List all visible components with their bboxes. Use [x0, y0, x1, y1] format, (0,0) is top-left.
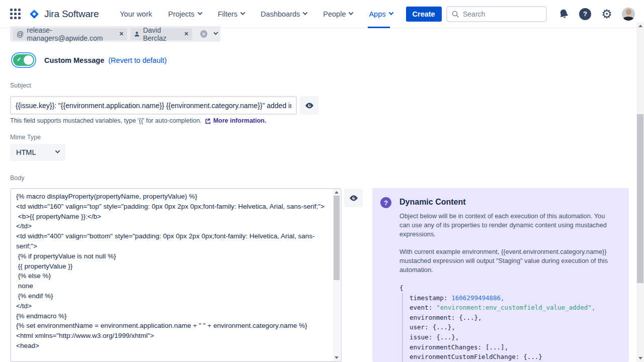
recipient-chip-email[interactable]: @ release-managers@apwide.com ✕: [13, 28, 127, 40]
recipients-field[interactable]: @ release-managers@apwide.com ✕ David Be…: [10, 26, 220, 42]
recipient-chip-user[interactable]: David Berclaz ✕: [130, 28, 192, 40]
more-information-link[interactable]: More information.: [213, 117, 267, 124]
jira-diamond-icon: [29, 9, 40, 20]
create-button[interactable]: Create: [406, 7, 442, 22]
scroll-down-icon[interactable]: [335, 356, 339, 359]
nav-item-projects[interactable]: Projects: [160, 0, 209, 28]
helper-text: This field supports mustached variables,…: [10, 117, 202, 124]
code-line: event:"environment:env_customfield_value…: [410, 303, 595, 313]
nav-item-apps[interactable]: Apps: [361, 0, 400, 28]
person-icon: [134, 31, 140, 38]
nav-item-your-work[interactable]: Your work: [112, 0, 160, 28]
scroll-thumb[interactable]: [637, 114, 643, 283]
recipient-label: release-managers@apwide.com: [27, 26, 116, 42]
scroll-up-icon[interactable]: [335, 191, 339, 194]
logo-text: Jira Software: [44, 9, 99, 20]
body-textarea[interactable]: {% macro displayProperty(propertyName, p…: [10, 188, 342, 362]
help-button[interactable]: ?: [579, 8, 592, 21]
code-line: environment:{...},: [410, 313, 595, 323]
custom-message-label: Custom Message: [44, 56, 104, 64]
app-switcher-icon[interactable]: [10, 9, 21, 19]
eye-icon: [304, 101, 314, 111]
nav-menu: Your work Projects Filters Dashboards Pe…: [112, 0, 400, 28]
toggle-knob: [24, 55, 33, 65]
gear-icon: ⚙: [601, 8, 612, 20]
code-line: environmentCustomFieldChange:{...}: [410, 352, 595, 362]
scroll-thumb[interactable]: [334, 196, 340, 280]
code-open-brace: {: [399, 283, 595, 293]
subject-input[interactable]: [10, 96, 297, 115]
chevron-down-icon: [197, 10, 202, 15]
mime-type-label: Mime Type: [10, 134, 41, 141]
custom-message-toggle[interactable]: ✓: [13, 54, 34, 66]
search-input[interactable]: [463, 10, 533, 18]
revert-to-default-link[interactable]: (Revert to default): [108, 56, 167, 64]
code-block: timestamp:1606299494886, event:"environm…: [402, 293, 595, 362]
help-badge-icon: ?: [380, 197, 391, 208]
chevron-down-icon: [240, 10, 246, 15]
page-scrollbar[interactable]: [636, 22, 644, 362]
chevron-down-icon: [349, 10, 354, 15]
at-icon: @: [17, 30, 24, 38]
search-box[interactable]: [446, 6, 547, 22]
clear-all-icon[interactable]: ✕: [200, 30, 207, 38]
panel-paragraph: With current example environment, {{even…: [399, 247, 617, 275]
subject-helper: This field supports mustached variables,…: [10, 117, 266, 124]
user-avatar[interactable]: [622, 8, 635, 21]
settings-button[interactable]: ⚙: [600, 8, 613, 21]
search-icon: [451, 10, 459, 18]
context-json-code: { timestamp:1606299494886, event:"enviro…: [399, 283, 595, 362]
subject-preview-button[interactable]: [300, 96, 318, 115]
code-line: user:{...},: [410, 322, 595, 332]
nav-item-filters[interactable]: Filters: [210, 0, 253, 28]
check-icon: ✓: [17, 56, 21, 63]
code-line: issue:{...},: [410, 332, 595, 342]
header-icons: ? ⚙: [557, 8, 635, 21]
panel-paragraph: Object below will be in context of each …: [399, 212, 617, 239]
scroll-up-icon[interactable]: [638, 25, 642, 27]
recipients-dropdown-chevron-icon[interactable]: [213, 30, 218, 35]
subject-label: Subject: [10, 82, 31, 89]
mime-type-value: HTML: [16, 148, 36, 156]
dynamic-content-panel: ? Dynamic Content Object below will be i…: [372, 188, 629, 362]
code-line: environmentChanges:[...],: [410, 342, 595, 352]
remove-recipient-icon[interactable]: ✕: [119, 31, 124, 37]
question-icon: ?: [579, 8, 591, 20]
body-preview-button[interactable]: [344, 189, 363, 207]
nav-item-dashboards[interactable]: Dashboards: [253, 0, 315, 28]
scroll-down-icon[interactable]: [638, 357, 642, 359]
recipient-label: David Berclaz: [143, 26, 181, 42]
top-nav: Jira Software Your work Projects Filters…: [0, 0, 644, 28]
body-label: Body: [10, 174, 25, 182]
chevron-down-icon: [55, 148, 60, 153]
bell-icon: [557, 8, 570, 20]
external-link-icon: [204, 118, 211, 124]
body-scrollbar[interactable]: [333, 189, 340, 361]
notifications-button[interactable]: [557, 8, 570, 21]
custom-message-row: ✓ Custom Message (Revert to default): [13, 54, 167, 66]
eye-icon: [349, 193, 359, 203]
remove-recipient-icon[interactable]: ✕: [184, 31, 189, 37]
mime-type-select[interactable]: HTML: [10, 144, 65, 161]
jira-logo[interactable]: Jira Software: [29, 9, 99, 20]
chevron-down-icon: [388, 10, 393, 15]
code-line: timestamp:1606299494886,: [410, 293, 595, 303]
chevron-down-icon: [303, 10, 308, 15]
panel-title: Dynamic Content: [399, 198, 466, 207]
nav-item-people[interactable]: People: [315, 0, 361, 28]
